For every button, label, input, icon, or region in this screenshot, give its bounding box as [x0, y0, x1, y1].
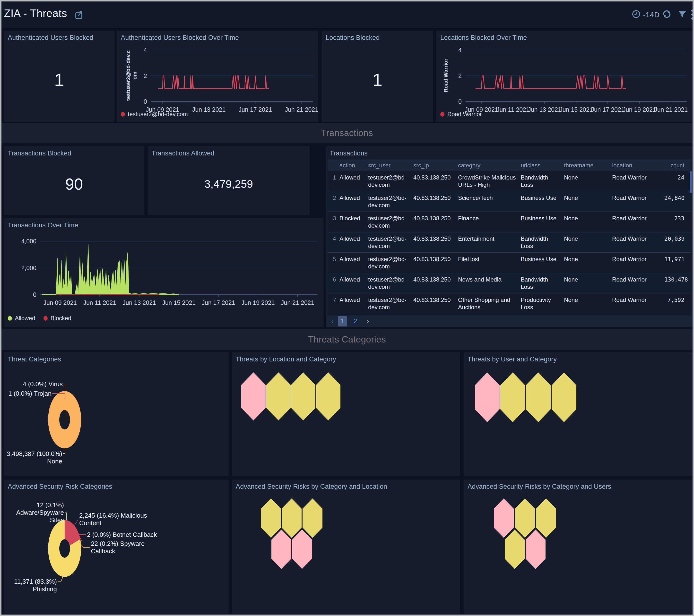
cell-category: Science/Tech [456, 194, 518, 202]
section-header-threat-categories[interactable]: Threats Categories [1, 329, 693, 350]
table-header-row[interactable]: actionsrc_usersrc_ipcategoryurlclassthre… [328, 160, 691, 171]
donut-label-spyware-callback[interactable]: 22 (0.2%) Spyware Callback [91, 540, 149, 555]
cell-action: Blocked [337, 215, 366, 222]
hex-cell[interactable] [475, 372, 499, 422]
cell-action: Allowed [337, 296, 366, 304]
donut-label-phishing[interactable]: 11,371 (83.3%) Phishing [4, 578, 57, 593]
column-header-count[interactable]: count [662, 162, 691, 169]
cell-urlclass: Bandwidth Loss [518, 235, 562, 250]
table-body: 1Allowedtestuser2@bd-dev.com40.83.138.25… [328, 171, 691, 316]
donut-label-none[interactable]: 3,498,387 (100.0%) None [4, 450, 62, 465]
cell-user: testuser2@bd-dev.com [366, 194, 411, 209]
cell-location: Road Warrior [610, 256, 662, 263]
dashboard-header: ZIA - Threats -14D [1, 1, 693, 28]
dashboard: { "colors": { "accent_red": "#e0465a", "… [1, 1, 693, 615]
svg-text:Jun 17 2021: Jun 17 2021 [239, 106, 272, 113]
panel-title: Advanced Security Risks by Category and … [468, 483, 611, 490]
hex-cell[interactable] [500, 372, 525, 422]
section-header-transactions[interactable]: Transactions [1, 123, 693, 143]
svg-text:Jun 21 2021: Jun 21 2021 [654, 106, 688, 113]
column-header-location[interactable]: location [610, 162, 662, 169]
hex-cell[interactable] [515, 499, 535, 538]
hex-cell[interactable] [552, 372, 577, 422]
svg-text:0: 0 [33, 291, 36, 298]
hex-cell[interactable] [505, 529, 525, 569]
cell-threat: None [562, 256, 610, 263]
donut-label-malicious-content[interactable]: 2,245 (16.4%) Malicious Content [79, 512, 152, 527]
cell-threat: None [562, 194, 610, 202]
hex-cell[interactable] [536, 499, 556, 538]
column-header-action[interactable]: action [337, 162, 366, 169]
svg-text:Jun 21 2021: Jun 21 2021 [285, 106, 318, 113]
hex-cell[interactable] [494, 499, 514, 538]
svg-text:0: 0 [458, 98, 462, 105]
hex-cell[interactable] [291, 372, 315, 421]
share-icon[interactable] [74, 10, 84, 20]
hex-cell[interactable] [266, 372, 291, 421]
svg-text:Jun 13 2021: Jun 13 2021 [528, 106, 561, 113]
chart-legend[interactable]: testuser2@bd-dev.com [121, 111, 188, 117]
cell-user: testuser2@bd-dev.com [366, 276, 411, 291]
panel-adv-by-location: Advanced Security Risks by Category and … [232, 480, 460, 614]
legend-label: Road Warrior [448, 111, 482, 117]
donut-label-trojan[interactable]: 1 (0.0%) Trojan [4, 390, 52, 397]
panel-title: Advanced Security Risks by Category and … [236, 483, 387, 490]
chart-legend[interactable]: Road Warrior [440, 111, 482, 117]
column-header-threatname[interactable]: threatname [562, 162, 610, 169]
hex-cell[interactable] [526, 372, 551, 422]
panel-threats-by-location: Threats by Location and Category [232, 352, 460, 476]
donut-label-virus[interactable]: 4 (0.0%) Virus [14, 380, 63, 388]
hex-cell[interactable] [303, 499, 323, 538]
refresh-icon[interactable] [662, 9, 672, 19]
column-header-category[interactable]: category [456, 162, 518, 169]
cell-action: Allowed [337, 194, 366, 202]
hex-cell[interactable] [261, 499, 281, 538]
cell-category: Entertainment [456, 235, 518, 242]
panel-locations-blocked: Locations Blocked 1 [322, 31, 433, 122]
table-scrollbar[interactable] [690, 171, 692, 193]
panel-transactions-allowed: Transactions Allowed 3,479,259 [148, 146, 310, 215]
panel-title: Advanced Security Risk Categories [8, 483, 112, 490]
hex-cell[interactable] [241, 372, 266, 421]
table-row: 3Blockedtestuser2@bd-dev.com40.83.138.25… [328, 212, 691, 232]
donut-label-adware[interactable]: 12 (0.1%) Adware/Spyware Sites [5, 501, 64, 524]
legend-dot [440, 112, 444, 117]
pagination-pages: 12 [338, 316, 360, 326]
cell-user: testuser2@bd-dev.com [366, 235, 411, 250]
kebab-menu-icon[interactable] [690, 9, 694, 20]
stat-value: 1 [4, 31, 114, 122]
pagination-prev-icon[interactable]: ‹ [328, 317, 336, 325]
table-row: 5Allowedtestuser2@bd-dev.com40.83.138.25… [328, 253, 691, 273]
chart-legend[interactable]: Allowed Blocked [8, 315, 71, 322]
cell-num: 3 [328, 215, 337, 222]
column-header-urlclass[interactable]: urlclass [518, 162, 562, 169]
hex-cell[interactable] [316, 372, 341, 421]
filter-icon[interactable] [678, 10, 687, 19]
svg-text:2: 2 [144, 72, 147, 79]
pagination-page-1[interactable]: 1 [338, 316, 347, 326]
hex-cell[interactable] [271, 529, 291, 569]
clock-icon[interactable] [632, 10, 641, 18]
cell-num: 2 [328, 194, 337, 202]
donut-hole [59, 410, 70, 429]
transactions-table: actionsrc_usersrc_ipcategoryurlclassthre… [328, 160, 691, 316]
column-header-src_user[interactable]: src_user [366, 162, 411, 169]
stat-value: 3,479,259 [148, 146, 310, 215]
hex-cell[interactable] [292, 529, 312, 569]
svg-text:Jun 21 2021: Jun 21 2021 [281, 299, 314, 306]
cell-threat: None [562, 235, 610, 242]
svg-text:4,000: 4,000 [21, 238, 36, 245]
cell-num: 5 [328, 256, 337, 263]
cell-category: Other Shopping and Auctions [456, 296, 518, 311]
table-row: 7Allowedtestuser2@bd-dev.com40.83.138.25… [328, 294, 691, 314]
pagination-next-icon[interactable]: › [364, 317, 372, 325]
pagination-page-2[interactable]: 2 [351, 316, 360, 326]
time-range-label[interactable]: -14D [643, 11, 660, 19]
cell-ip: 40.83.138.250 [411, 235, 456, 242]
column-header-src_ip[interactable]: src_ip [411, 162, 456, 169]
panel-auth-users-blocked-over-time: Authenticated Users Blocked Over Time te… [117, 31, 318, 122]
donut-label-botnet-callback[interactable]: 2 (0.0%) Botnet Callback [87, 531, 170, 539]
hex-cell[interactable] [526, 529, 546, 569]
hex-cell[interactable] [281, 499, 302, 538]
cell-category: CrowdStrike Malicious URLs - High [456, 174, 518, 188]
